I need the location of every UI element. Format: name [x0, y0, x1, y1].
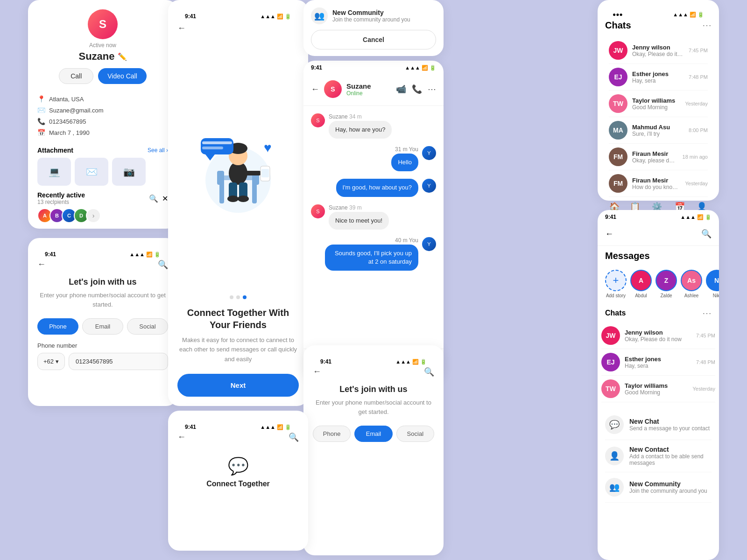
community-title: New Community: [332, 9, 410, 16]
chat-battery-icon: 🔋: [430, 65, 436, 71]
chats-more-button[interactable]: ⋯: [702, 308, 712, 319]
connect-back-button[interactable]: ←: [177, 23, 186, 33]
phone-number-input[interactable]: [69, 353, 168, 370]
esther-name: Esther jones: [632, 70, 684, 77]
story-abdul[interactable]: A Abdul: [630, 270, 652, 298]
message-row-3: Y I'm good, how about you?: [311, 179, 436, 196]
chat-item-taylor[interactable]: TW Taylor williams Good Morning Yesterda…: [609, 91, 708, 117]
join2-status-icons: ▲▲▲ 📶 🔋: [395, 359, 427, 365]
svg-text:♥: ♥: [264, 140, 272, 155]
new-actions: 💬 New Chat Send a message to your contac…: [598, 402, 719, 510]
mp-signal-icon: ▲▲▲: [680, 214, 696, 220]
ra-more-btn[interactable]: ›: [86, 208, 101, 223]
story-niki[interactable]: N Niki: [706, 270, 719, 298]
new-chat-icon: 💬: [605, 415, 624, 434]
msg-panel-time: 9:41: [605, 214, 616, 220]
abdul-story-avatar: A: [630, 270, 652, 291]
chat-list: JW Jenny wilson Okay, Please do it now 7…: [605, 37, 712, 197]
join2-signal-icon: ▲▲▲: [395, 359, 411, 364]
tab-email[interactable]: Email: [82, 318, 123, 335]
mp-taylor[interactable]: TW Taylor williams Good Morning Yesterda…: [601, 376, 715, 402]
join2-search-button[interactable]: 🔍: [424, 367, 434, 377]
chat-user-avatar: S: [324, 80, 342, 98]
svg-rect-16: [201, 138, 233, 154]
join2-tab-social[interactable]: Social: [396, 426, 434, 442]
add-story-item[interactable]: + Add story: [605, 270, 627, 298]
join2-wifi-icon: 📶: [412, 359, 419, 365]
dot-1: [230, 295, 233, 299]
attachment-thumb-1[interactable]: 💻: [37, 158, 71, 186]
chat-item-mahmud[interactable]: MA Mahmud Asu Sure, i'll try 8:00 PM: [609, 117, 708, 144]
call-button[interactable]: Call: [59, 68, 93, 84]
firaun2-name: Firaun Mesir: [632, 177, 680, 184]
niki-story-avatar: N: [706, 270, 719, 291]
msg-panel-search-button[interactable]: 🔍: [701, 229, 712, 239]
firaun2-msg: How do you know about me: [632, 184, 680, 190]
join2-back-button[interactable]: ←: [313, 367, 321, 377]
attachment-thumb-2[interactable]: ✉️: [75, 158, 108, 186]
close-icon[interactable]: ✕: [162, 194, 168, 203]
new-chat-subtitle: Send a message to your contact: [629, 425, 710, 432]
mp-esther-avatar: EJ: [601, 353, 620, 371]
search-button[interactable]: 🔍: [158, 259, 168, 270]
stories-row: + Add story A Abdul Z Zalde As Ashlee N …: [598, 266, 719, 304]
msg-panel-back-button[interactable]: ←: [605, 229, 613, 239]
join2-tab-phone[interactable]: Phone: [313, 426, 351, 442]
chat-item-jenny[interactable]: JW Jenny wilson Okay, Please do it now 7…: [609, 37, 708, 64]
join2-tab-email[interactable]: Email: [354, 426, 392, 442]
dot-3-active: [243, 295, 247, 299]
msg-sender-1: Suzane 34 m: [329, 113, 392, 120]
cancel-button[interactable]: Cancel: [311, 30, 436, 49]
new-contact-subtitle: Add a contact to be able send messages: [629, 453, 712, 466]
connect2-back-button[interactable]: ←: [177, 432, 186, 442]
phone-label: Phone number: [37, 342, 168, 349]
right-status-icons-right: ▲▲▲ 📶 🔋: [673, 12, 704, 18]
join2-title: Let's join with us: [313, 385, 434, 394]
edit-icon[interactable]: ✏️: [118, 52, 127, 61]
firaun1-avatar: FM: [609, 147, 627, 166]
chat-status-icons: ▲▲▲ 📶 🔋: [405, 65, 436, 71]
add-story-button[interactable]: +: [605, 270, 627, 291]
chat-status-bar: 9:41 ▲▲▲ 📶 🔋: [303, 61, 444, 73]
svg-rect-19: [202, 147, 223, 149]
chat-back-button[interactable]: ←: [311, 84, 319, 94]
more-options-button[interactable]: ⋯: [702, 20, 712, 31]
connect2-wifi-icon: 📶: [277, 424, 283, 430]
story-ashlee[interactable]: As Ashlee: [681, 270, 702, 298]
msg-bubble-1: Hay, how are you?: [329, 121, 392, 139]
recipients-count: 13 reclpients: [37, 199, 85, 205]
next-button[interactable]: Next: [177, 374, 299, 397]
video-call-button[interactable]: Video Call: [98, 68, 147, 84]
firaun1-msg: Okay, please do it now: [632, 157, 678, 164]
mp-jenny[interactable]: JW Jenny wilson Okay, Please do it now 7…: [601, 322, 715, 349]
new-contact-action[interactable]: 👤 New Contact Add a contact to be able s…: [605, 440, 712, 472]
story-zalde[interactable]: Z Zalde: [655, 270, 677, 298]
chat-signal-icon: ▲▲▲: [405, 65, 420, 70]
video-icon[interactable]: 📹: [396, 84, 406, 94]
phone-call-icon[interactable]: 📞: [412, 84, 422, 94]
more-options-icon[interactable]: ⋯: [428, 84, 436, 94]
chat-messages: S Suzane 34 m Hay, how are you? Y 31 m Y…: [303, 106, 444, 349]
new-community-action[interactable]: 👥 New Community Join the community aroun…: [605, 472, 712, 503]
recently-active-title: Recently active: [37, 191, 85, 199]
connect2-status-bar: 9:41 ▲▲▲ 📶 🔋: [177, 420, 299, 432]
svg-point-14: [227, 196, 239, 202]
chat-item-firaun2[interactable]: FM Firaun Mesir How do you know about me…: [609, 170, 708, 197]
back-button[interactable]: ←: [37, 259, 46, 270]
community-subtitle: Join the community around you: [332, 16, 410, 23]
msg-avatar-2: S: [311, 204, 325, 218]
see-all-link[interactable]: See all ›: [148, 147, 168, 154]
connect2-search-button[interactable]: 🔍: [289, 432, 299, 442]
mp-esther[interactable]: EJ Esther jones Hay, sera 7:48 PM: [601, 349, 715, 376]
tab-phone[interactable]: Phone: [37, 318, 78, 335]
chat-item-esther[interactable]: EJ Esther jones Hay, sera 7:48 PM: [609, 64, 708, 91]
tab-social[interactable]: Social: [127, 318, 168, 335]
new-chat-action[interactable]: 💬 New Chat Send a message to your contac…: [605, 410, 712, 440]
chevron-down-icon: ▾: [56, 358, 59, 365]
esther-avatar: EJ: [609, 68, 627, 86]
country-code-select[interactable]: +62 ▾: [37, 353, 65, 370]
search-icon[interactable]: 🔍: [149, 194, 158, 203]
chat-item-firaun1[interactable]: FM Firaun Mesir Okay, please do it now 1…: [609, 144, 708, 170]
taylor-msg: Good Morning: [632, 104, 680, 111]
attachment-thumb-3[interactable]: 📷: [112, 158, 146, 186]
